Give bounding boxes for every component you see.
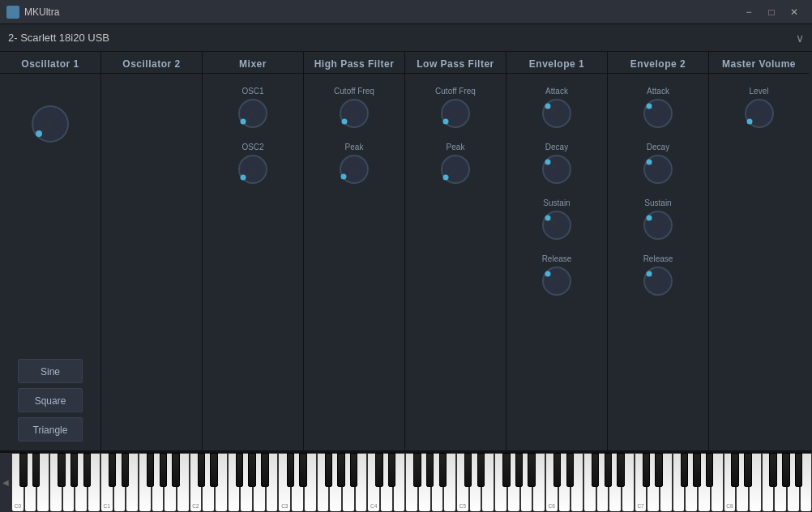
close-button[interactable]: ✕ (783, 1, 806, 23)
svg-point-21 (545, 271, 551, 277)
black-key[interactable] (769, 453, 776, 487)
black-key[interactable] (350, 453, 357, 487)
black-key[interactable] (681, 453, 688, 487)
black-key[interactable] (375, 453, 382, 487)
device-bar: 2- Scarlett 18i20 USB ∨ (0, 24, 812, 52)
black-key[interactable] (109, 453, 116, 487)
hpf-peak-knob[interactable] (336, 151, 372, 187)
black-key[interactable] (71, 453, 78, 487)
black-key[interactable] (325, 453, 332, 487)
piano-scroll-left[interactable]: ◀ (0, 453, 11, 512)
osc1-knob[interactable] (28, 101, 73, 147)
env2-decay-label: Decay (647, 143, 669, 151)
env1-sustain-group: Sustain (539, 197, 575, 243)
env2-sustain-knob[interactable] (640, 207, 676, 243)
black-key[interactable] (172, 453, 179, 487)
svg-point-15 (545, 104, 551, 109)
env1-decay-knob[interactable] (539, 151, 575, 187)
black-key[interactable] (605, 453, 612, 487)
black-key[interactable] (795, 453, 802, 487)
triangle-button[interactable]: Triangle (18, 417, 83, 442)
env2-release-group: Release (640, 253, 676, 299)
hpf-cutoff-knob[interactable] (336, 96, 372, 131)
master-level-group: Level (741, 85, 777, 131)
lpf-peak-knob[interactable] (438, 151, 473, 187)
hpf-cutoff-label: Cutoff Freq (334, 87, 374, 96)
oscillator2-content (101, 74, 202, 450)
mixer-osc1-knob[interactable] (235, 96, 271, 131)
env2-decay-knob[interactable] (640, 151, 676, 187)
black-key[interactable] (693, 453, 700, 487)
black-key[interactable] (337, 453, 344, 487)
black-key[interactable] (426, 453, 434, 487)
black-key[interactable] (706, 453, 713, 487)
black-key[interactable] (287, 453, 294, 487)
lpf-peak-group: Peak (438, 141, 473, 187)
mixer-osc2-knob[interactable] (235, 151, 271, 187)
svg-point-9 (341, 174, 347, 180)
black-key[interactable] (477, 453, 485, 487)
black-key[interactable] (439, 453, 447, 487)
black-key[interactable] (413, 453, 421, 487)
black-key[interactable] (528, 453, 535, 487)
mixer-osc2-group: OSC2 (235, 141, 271, 187)
env2-attack-knob[interactable] (640, 96, 676, 131)
black-key[interactable] (32, 453, 40, 487)
square-button[interactable]: Square (18, 388, 83, 412)
master-level-knob[interactable] (741, 96, 777, 131)
black-key[interactable] (464, 453, 472, 487)
lpf-peak-label: Peak (447, 143, 465, 151)
black-key[interactable] (83, 453, 91, 487)
svg-point-27 (647, 215, 652, 221)
lpf-cutoff-knob[interactable] (438, 96, 473, 131)
chevron-down-icon[interactable]: ∨ (796, 32, 804, 45)
black-key[interactable] (261, 453, 268, 487)
piano-key-label: C2 (192, 503, 199, 509)
black-key[interactable] (198, 453, 205, 487)
sine-button[interactable]: Sine (18, 359, 83, 383)
black-key[interactable] (122, 453, 129, 487)
black-key[interactable] (210, 453, 217, 487)
black-key[interactable] (299, 453, 306, 487)
mixer-osc1-label: OSC1 (241, 87, 263, 96)
hpf-cutoff-group: Cutoff Freq (334, 85, 374, 131)
piano-key-label: C0 (15, 503, 21, 509)
black-key[interactable] (515, 453, 523, 487)
black-key[interactable] (592, 453, 599, 487)
env1-release-knob[interactable] (539, 263, 575, 299)
black-key[interactable] (58, 453, 65, 487)
lpf-cutoff-group: Cutoff Freq (435, 85, 476, 131)
black-key[interactable] (782, 453, 789, 487)
app-title: MKUltra (24, 6, 737, 18)
envelope1-content: Attack Decay (506, 74, 607, 450)
black-key[interactable] (643, 453, 650, 487)
black-key[interactable] (655, 453, 662, 487)
titlebar: MKUltra − □ ✕ (0, 0, 812, 24)
black-key[interactable] (248, 453, 255, 487)
black-key[interactable] (731, 453, 738, 487)
env2-release-label: Release (643, 254, 673, 263)
black-key[interactable] (617, 453, 624, 487)
svg-point-31 (746, 119, 752, 125)
env1-attack-knob[interactable] (539, 96, 575, 131)
piano-key-label: C5 (459, 503, 466, 509)
black-key[interactable] (160, 453, 167, 487)
piano-key-label: C8 (726, 503, 733, 509)
black-key[interactable] (236, 453, 243, 487)
black-key[interactable] (388, 453, 395, 487)
black-key[interactable] (744, 453, 751, 487)
env2-release-knob[interactable] (640, 263, 676, 299)
minimize-button[interactable]: − (737, 1, 760, 23)
svg-point-17 (545, 160, 551, 165)
maximize-button[interactable]: □ (760, 1, 783, 23)
env1-sustain-knob[interactable] (539, 207, 575, 243)
black-key[interactable] (553, 453, 561, 487)
black-key[interactable] (566, 453, 574, 487)
svg-point-1 (36, 130, 42, 137)
env2-sustain-group: Sustain (640, 197, 676, 243)
svg-point-3 (241, 119, 246, 125)
black-key[interactable] (19, 453, 27, 487)
black-key[interactable] (502, 453, 510, 487)
osc1-knob-group (28, 101, 73, 147)
black-key[interactable] (147, 453, 154, 487)
